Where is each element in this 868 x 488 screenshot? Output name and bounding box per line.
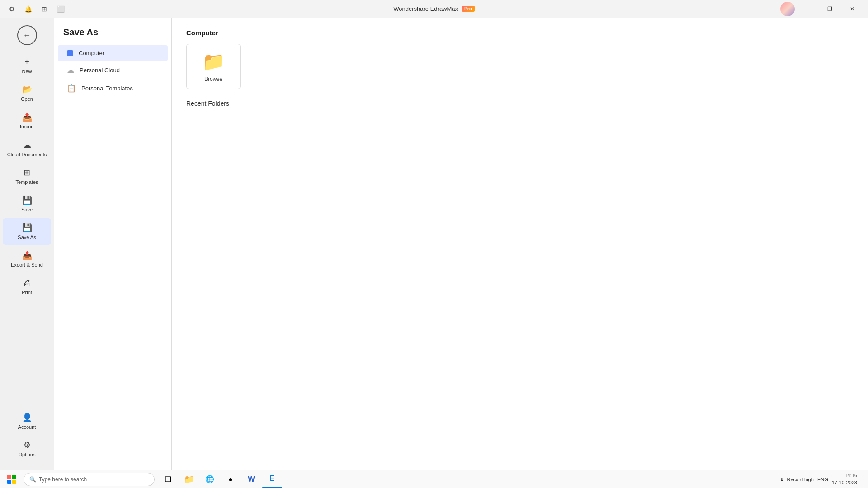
save-icon: 💾: [22, 195, 32, 205]
minimize-button[interactable]: —: [797, 0, 817, 18]
sidebar-item-export-send[interactable]: 📤 Export & Send: [3, 246, 51, 272]
open-icon: 📂: [22, 84, 32, 94]
cloud-shape-icon: ☁: [67, 66, 74, 75]
sidebar-label-templates: Templates: [15, 179, 38, 185]
taskbar-apps: ❑ 📁 🌐 ● W E: [158, 470, 282, 488]
sidebar-label-new: New: [22, 69, 32, 75]
templates-icon: ⊞: [24, 168, 30, 178]
sidebar-item-account[interactable]: 👤 Account: [3, 408, 51, 435]
back-button[interactable]: ←: [14, 22, 41, 49]
folder-icon: 📁: [202, 51, 225, 72]
file-explorer-icon: 📁: [184, 474, 194, 484]
save-as-icon: 💾: [22, 223, 32, 233]
show-desktop-button[interactable]: [859, 470, 863, 488]
window-controls: — ❐ ✕: [780, 0, 863, 18]
date: 17-10-2023: [832, 479, 857, 486]
edrawmax-icon: E: [270, 474, 275, 483]
window-icon[interactable]: ⬜: [54, 3, 67, 15]
search-placeholder: Type here to search: [39, 476, 87, 483]
toolbar-left: ⚙ 🔔 ⊞ ⬜: [5, 3, 67, 15]
personal-templates-icon: 📋: [67, 84, 76, 93]
settings-icon[interactable]: ⚙: [5, 3, 18, 15]
saveas-label-computer: Computer: [79, 50, 104, 56]
sidebar-item-options[interactable]: ⚙ Options: [3, 436, 51, 462]
import-icon: 📥: [22, 112, 32, 122]
chrome-button[interactable]: ●: [221, 470, 241, 488]
sidebar-item-open[interactable]: 📂 Open: [3, 80, 51, 107]
pro-badge: Pro: [462, 6, 475, 12]
saveas-item-computer[interactable]: Computer: [58, 45, 168, 61]
weather-text: Record high: [787, 477, 814, 482]
options-icon: ⚙: [24, 440, 31, 450]
sidebar-item-cloud-documents[interactable]: ☁ Cloud Documents: [3, 136, 51, 162]
sidebar-item-import[interactable]: 📥 Import: [3, 108, 51, 134]
sidebar-label-account: Account: [18, 424, 36, 430]
edrawmax-button[interactable]: E: [262, 470, 282, 488]
content-section-title: Computer: [186, 29, 854, 37]
browse-label: Browse: [204, 76, 222, 82]
browse-card[interactable]: 📁 Browse: [186, 44, 241, 89]
sidebar-bottom: 👤 Account ⚙ Options: [0, 404, 54, 470]
restore-button[interactable]: ❐: [819, 0, 840, 18]
sidebar-item-save-as[interactable]: 💾 Save As: [3, 218, 51, 245]
sidebar-item-save[interactable]: 💾 Save: [3, 191, 51, 217]
sidebar-label-export: Export & Send: [11, 262, 43, 268]
sidebar-label-save: Save: [21, 207, 33, 213]
user-avatar[interactable]: [780, 2, 795, 16]
saveas-label-personal-templates: Personal Templates: [81, 85, 133, 92]
app-title: Wondershare EdrawMax: [393, 5, 458, 12]
sidebar: ← + New 📂 Open 📥 Import ☁ Cloud Document…: [0, 18, 54, 470]
back-circle-icon[interactable]: ←: [17, 25, 37, 45]
close-button[interactable]: ✕: [842, 0, 863, 18]
nav-items: + New 📂 Open 📥 Import ☁ Cloud Documents …: [0, 49, 54, 404]
sidebar-label-cloud: Cloud Documents: [7, 152, 47, 158]
word-icon: W: [248, 475, 255, 483]
main-content: Computer 📁 Browse Recent Folders: [172, 18, 868, 470]
app-body: ← + New 📂 Open 📥 Import ☁ Cloud Document…: [0, 18, 868, 470]
sidebar-item-print[interactable]: 🖨 Print: [3, 274, 51, 300]
saveas-title: Save As: [54, 27, 171, 45]
account-icon: 👤: [22, 413, 32, 422]
edge-icon: 🌐: [205, 475, 214, 483]
chrome-icon: ●: [228, 475, 233, 483]
search-icon: 🔍: [29, 476, 36, 483]
taskbar-search[interactable]: 🔍 Type here to search: [24, 473, 155, 486]
sys-icons: 🌡 Record high: [779, 477, 814, 482]
print-icon: 🖨: [23, 278, 31, 288]
grid-icon[interactable]: ⊞: [38, 3, 51, 15]
sidebar-item-new[interactable]: + New: [3, 53, 51, 79]
sidebar-item-templates[interactable]: ⊞ Templates: [3, 163, 51, 190]
recent-folders-title: Recent Folders: [186, 100, 854, 107]
export-icon: 📤: [22, 250, 32, 260]
sidebar-label-open: Open: [21, 96, 33, 102]
computer-square-icon: [67, 50, 73, 56]
saveas-label-personal-cloud: Personal Cloud: [80, 67, 120, 74]
notification-icon[interactable]: 🔔: [22, 3, 34, 15]
sidebar-label-save-as: Save As: [18, 235, 36, 240]
system-time: 14:16 17-10-2023: [832, 472, 857, 486]
taskview-button[interactable]: ❑: [158, 470, 178, 488]
edge-button[interactable]: 🌐: [200, 470, 220, 488]
cloud-icon: ☁: [23, 140, 31, 150]
sidebar-label-print: Print: [22, 290, 32, 296]
taskbar: 🔍 Type here to search ❑ 📁 🌐 ● W E 🌡 Reco…: [0, 470, 868, 488]
app-title-area: Wondershare EdrawMax Pro: [393, 5, 475, 12]
saveas-item-personal-templates[interactable]: 📋 Personal Templates: [58, 80, 168, 97]
saveas-item-personal-cloud[interactable]: ☁ Personal Cloud: [58, 61, 168, 79]
lang-indicator: ENG: [817, 477, 828, 482]
titlebar: ⚙ 🔔 ⊞ ⬜ Wondershare EdrawMax Pro — ❐ ✕: [0, 0, 868, 18]
taskview-icon: ❑: [165, 475, 171, 483]
word-button[interactable]: W: [241, 470, 261, 488]
start-button[interactable]: [2, 470, 22, 488]
sidebar-label-options: Options: [19, 452, 36, 458]
file-explorer-button[interactable]: 📁: [179, 470, 199, 488]
clock: 14:16: [832, 472, 857, 479]
taskbar-right: 🌡 Record high ENG 14:16 17-10-2023: [776, 470, 866, 488]
start-icon: [7, 475, 16, 484]
sidebar-label-import: Import: [20, 124, 34, 130]
saveas-panel: Save As Computer ☁ Personal Cloud 📋 Pers…: [54, 18, 172, 470]
thermometer-icon: 🌡: [779, 477, 784, 482]
new-icon: +: [24, 57, 29, 67]
